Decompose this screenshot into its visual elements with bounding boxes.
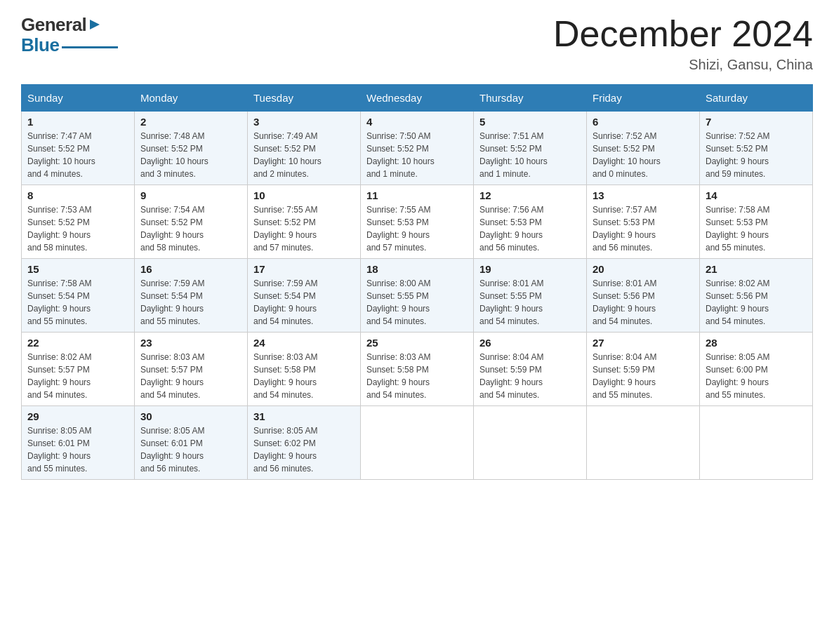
day-cell: 30Sunrise: 8:05 AMSunset: 6:01 PMDayligh… <box>135 406 248 480</box>
day-cell: 12Sunrise: 7:56 AMSunset: 5:53 PMDayligh… <box>474 185 587 259</box>
day-number: 6 <box>593 116 694 128</box>
day-cell: 11Sunrise: 7:55 AMSunset: 5:53 PMDayligh… <box>361 185 474 259</box>
day-cell: 7Sunrise: 7:52 AMSunset: 5:52 PMDaylight… <box>700 112 813 185</box>
page-header: General Blue December 2024 Shizi, Gansu,… <box>21 14 813 73</box>
day-info: Sunrise: 8:05 AMSunset: 6:01 PMDaylight:… <box>27 424 128 475</box>
day-cell: 22Sunrise: 8:02 AMSunset: 5:57 PMDayligh… <box>22 333 135 406</box>
day-info: Sunrise: 7:56 AMSunset: 5:53 PMDaylight:… <box>479 203 581 254</box>
day-info: Sunrise: 7:48 AMSunset: 5:52 PMDaylight:… <box>140 130 241 180</box>
day-cell: 23Sunrise: 8:03 AMSunset: 5:57 PMDayligh… <box>135 333 248 406</box>
day-info: Sunrise: 7:55 AMSunset: 5:53 PMDaylight:… <box>366 203 468 254</box>
week-row-5: 29Sunrise: 8:05 AMSunset: 6:01 PMDayligh… <box>22 406 813 480</box>
day-number: 7 <box>706 116 807 128</box>
weekday-header-monday: Monday <box>135 85 248 112</box>
day-info: Sunrise: 8:03 AMSunset: 5:58 PMDaylight:… <box>253 351 355 401</box>
day-number: 16 <box>140 263 241 275</box>
day-info: Sunrise: 7:55 AMSunset: 5:52 PMDaylight:… <box>253 203 355 254</box>
day-info: Sunrise: 7:54 AMSunset: 5:52 PMDaylight:… <box>140 203 241 254</box>
day-info: Sunrise: 8:05 AMSunset: 6:00 PMDaylight:… <box>706 351 807 401</box>
day-number: 12 <box>479 189 581 201</box>
calendar-title: December 2024 <box>553 14 813 54</box>
day-cell: 9Sunrise: 7:54 AMSunset: 5:52 PMDaylight… <box>135 185 248 259</box>
day-number: 14 <box>706 189 807 201</box>
calendar-table: SundayMondayTuesdayWednesdayThursdayFrid… <box>21 84 813 480</box>
week-row-3: 15Sunrise: 7:58 AMSunset: 5:54 PMDayligh… <box>22 259 813 333</box>
day-cell: 31Sunrise: 8:05 AMSunset: 6:02 PMDayligh… <box>248 406 361 480</box>
day-number: 22 <box>27 337 128 349</box>
day-cell: 6Sunrise: 7:52 AMSunset: 5:52 PMDaylight… <box>587 112 700 185</box>
logo-triangle-icon <box>87 17 102 32</box>
day-info: Sunrise: 7:58 AMSunset: 5:54 PMDaylight:… <box>27 277 128 328</box>
day-number: 21 <box>706 263 807 275</box>
day-info: Sunrise: 8:02 AMSunset: 5:56 PMDaylight:… <box>706 277 807 328</box>
day-cell: 24Sunrise: 8:03 AMSunset: 5:58 PMDayligh… <box>248 333 361 406</box>
day-number: 26 <box>479 337 581 349</box>
day-cell: 17Sunrise: 7:59 AMSunset: 5:54 PMDayligh… <box>248 259 361 333</box>
week-row-1: 1Sunrise: 7:47 AMSunset: 5:52 PMDaylight… <box>22 112 813 185</box>
day-info: Sunrise: 8:04 AMSunset: 5:59 PMDaylight:… <box>479 351 581 401</box>
day-number: 13 <box>593 189 694 201</box>
day-number: 11 <box>366 189 468 201</box>
weekday-header-sunday: Sunday <box>22 85 135 112</box>
day-number: 5 <box>479 116 581 128</box>
calendar-subtitle: Shizi, Gansu, China <box>553 57 813 73</box>
day-number: 24 <box>253 337 355 349</box>
day-info: Sunrise: 7:50 AMSunset: 5:52 PMDaylight:… <box>366 130 468 180</box>
day-cell: 27Sunrise: 8:04 AMSunset: 5:59 PMDayligh… <box>587 333 700 406</box>
weekday-header-friday: Friday <box>587 85 700 112</box>
day-info: Sunrise: 8:04 AMSunset: 5:59 PMDaylight:… <box>593 351 694 401</box>
logo: General Blue <box>21 14 118 56</box>
day-number: 15 <box>27 263 128 275</box>
day-info: Sunrise: 7:49 AMSunset: 5:52 PMDaylight:… <box>253 130 355 180</box>
day-number: 17 <box>253 263 355 275</box>
day-cell: 5Sunrise: 7:51 AMSunset: 5:52 PMDaylight… <box>474 112 587 185</box>
day-info: Sunrise: 8:03 AMSunset: 5:57 PMDaylight:… <box>140 351 241 401</box>
day-cell: 2Sunrise: 7:48 AMSunset: 5:52 PMDaylight… <box>135 112 248 185</box>
weekday-header-row: SundayMondayTuesdayWednesdayThursdayFrid… <box>22 85 813 112</box>
day-number: 18 <box>366 263 468 275</box>
weekday-header-wednesday: Wednesday <box>361 85 474 112</box>
day-info: Sunrise: 7:59 AMSunset: 5:54 PMDaylight:… <box>253 277 355 328</box>
day-cell: 16Sunrise: 7:59 AMSunset: 5:54 PMDayligh… <box>135 259 248 333</box>
day-cell <box>700 406 813 480</box>
day-number: 28 <box>706 337 807 349</box>
day-number: 27 <box>593 337 694 349</box>
day-info: Sunrise: 8:00 AMSunset: 5:55 PMDaylight:… <box>366 277 468 328</box>
svg-marker-0 <box>90 20 100 29</box>
day-number: 10 <box>253 189 355 201</box>
day-cell: 20Sunrise: 8:01 AMSunset: 5:56 PMDayligh… <box>587 259 700 333</box>
day-info: Sunrise: 8:05 AMSunset: 6:02 PMDaylight:… <box>253 424 355 475</box>
day-number: 1 <box>27 116 128 128</box>
day-cell: 18Sunrise: 8:00 AMSunset: 5:55 PMDayligh… <box>361 259 474 333</box>
day-number: 30 <box>140 410 241 422</box>
day-cell: 1Sunrise: 7:47 AMSunset: 5:52 PMDaylight… <box>22 112 135 185</box>
day-info: Sunrise: 7:58 AMSunset: 5:53 PMDaylight:… <box>706 203 807 254</box>
day-number: 20 <box>593 263 694 275</box>
day-number: 2 <box>140 116 241 128</box>
day-number: 23 <box>140 337 241 349</box>
day-cell: 26Sunrise: 8:04 AMSunset: 5:59 PMDayligh… <box>474 333 587 406</box>
day-number: 29 <box>27 410 128 422</box>
day-info: Sunrise: 8:02 AMSunset: 5:57 PMDaylight:… <box>27 351 128 401</box>
day-cell: 25Sunrise: 8:03 AMSunset: 5:58 PMDayligh… <box>361 333 474 406</box>
day-cell: 21Sunrise: 8:02 AMSunset: 5:56 PMDayligh… <box>700 259 813 333</box>
week-row-2: 8Sunrise: 7:53 AMSunset: 5:52 PMDaylight… <box>22 185 813 259</box>
day-info: Sunrise: 7:52 AMSunset: 5:52 PMDaylight:… <box>593 130 694 180</box>
day-info: Sunrise: 7:57 AMSunset: 5:53 PMDaylight:… <box>593 203 694 254</box>
day-cell: 14Sunrise: 7:58 AMSunset: 5:53 PMDayligh… <box>700 185 813 259</box>
day-info: Sunrise: 7:47 AMSunset: 5:52 PMDaylight:… <box>27 130 128 180</box>
day-cell: 13Sunrise: 7:57 AMSunset: 5:53 PMDayligh… <box>587 185 700 259</box>
logo-general-text: General <box>21 14 86 36</box>
day-number: 4 <box>366 116 468 128</box>
day-info: Sunrise: 7:51 AMSunset: 5:52 PMDaylight:… <box>479 130 581 180</box>
weekday-header-thursday: Thursday <box>474 85 587 112</box>
day-number: 9 <box>140 189 241 201</box>
logo-blue-text: Blue <box>21 34 59 56</box>
day-info: Sunrise: 8:01 AMSunset: 5:55 PMDaylight:… <box>479 277 581 328</box>
day-info: Sunrise: 8:01 AMSunset: 5:56 PMDaylight:… <box>593 277 694 328</box>
day-cell: 10Sunrise: 7:55 AMSunset: 5:52 PMDayligh… <box>248 185 361 259</box>
day-cell: 29Sunrise: 8:05 AMSunset: 6:01 PMDayligh… <box>22 406 135 480</box>
day-number: 8 <box>27 189 128 201</box>
day-info: Sunrise: 8:03 AMSunset: 5:58 PMDaylight:… <box>366 351 468 401</box>
title-block: December 2024 Shizi, Gansu, China <box>553 14 813 73</box>
